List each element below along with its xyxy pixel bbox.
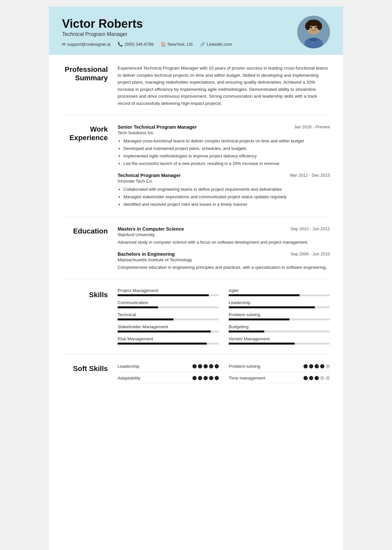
contact-text: LinkedIn.com <box>207 42 232 47</box>
soft-skills-section: Soft Skills Leadership Problem-solving A… <box>62 364 330 392</box>
edu-school: Massachusetts Institute of Technology <box>118 257 330 262</box>
soft-skill-name: Problem-solving <box>229 364 260 369</box>
skill-item: Agile <box>229 288 330 296</box>
soft-skill-name: Leadership <box>118 364 139 369</box>
bullet-item: Developed and maintained project plans, … <box>123 145 330 152</box>
skill-bar-fill <box>118 318 173 320</box>
contact-text: (555) 345-6789 <box>124 42 154 47</box>
skill-name: Leadership <box>229 300 330 305</box>
contact-text: NewYork, US <box>168 42 193 47</box>
dot <box>209 376 213 380</box>
soft-skill-item: Problem-solving <box>229 364 330 372</box>
main-content: ProfessionalSummary Experienced Technica… <box>49 55 343 411</box>
skill-bar-bg <box>229 294 330 296</box>
work-body: Senior Technical Program Manager Jan 201… <box>118 124 330 209</box>
bullet-item: Identified and resolved project risks an… <box>123 201 330 208</box>
skill-bar-bg <box>229 306 330 308</box>
job-company: Tech Solutions Inc. <box>118 130 330 135</box>
contact-icon: 🏠 <box>161 42 166 47</box>
skill-bar-fill <box>229 331 264 332</box>
contact-row: ✉support@cvdesigner.ai📞(555) 345-6789🏠Ne… <box>62 42 232 47</box>
skill-bar-bg <box>118 331 219 332</box>
summary-section: ProfessionalSummary Experienced Technica… <box>62 65 330 115</box>
candidate-title: Technical Program Manager <box>62 31 232 37</box>
svg-point-7 <box>311 27 312 28</box>
skill-item: Problem-solving <box>229 312 330 320</box>
dot <box>315 376 319 380</box>
dot <box>204 376 208 380</box>
edu-degree: Bachelors in Engineering <box>118 251 175 257</box>
dot <box>198 376 202 380</box>
skill-item: Vendor Management <box>229 336 330 345</box>
summary-label: ProfessionalSummary <box>62 65 118 107</box>
contact-item: 📞(555) 345-6789 <box>118 42 154 47</box>
education-label: Education <box>62 226 118 271</box>
skills-label: Skills <box>62 288 118 347</box>
skill-bar-fill <box>229 306 315 308</box>
soft-skill-item: Adaptability <box>118 376 219 384</box>
dot <box>309 376 313 380</box>
skill-item: Leadership <box>229 300 330 308</box>
dot <box>315 364 319 368</box>
soft-skills-grid: Leadership Problem-solving Adaptability … <box>118 364 330 384</box>
dot <box>204 364 208 368</box>
skill-item: Budgeting <box>229 324 330 332</box>
edu-header: Bachelors in Engineering Sep 2006 - Jun … <box>118 251 330 257</box>
summary-body: Experienced Technical Program Manager wi… <box>118 65 330 107</box>
bullet-item: Collaborated with engineering teams to d… <box>123 186 330 193</box>
dot <box>326 364 330 368</box>
job-bullets: Collaborated with engineering teams to d… <box>118 186 330 208</box>
job-company: Innovate Tech Co. <box>118 179 330 184</box>
contact-item: ✉support@cvdesigner.ai <box>62 42 110 47</box>
svg-point-4 <box>305 22 310 30</box>
dots <box>192 364 219 368</box>
skill-bar-fill <box>118 343 207 345</box>
candidate-name: Victor Roberts <box>62 17 232 30</box>
skills-section: Skills Project Management Agile Communic… <box>62 288 330 355</box>
dot <box>320 364 324 368</box>
header-section: Victor Roberts Technical Program Manager… <box>49 7 343 55</box>
summary-text: Experienced Technical Program Manager wi… <box>118 65 330 107</box>
job-title: Senior Technical Program Manager <box>118 124 197 130</box>
skill-bar-fill <box>118 306 158 308</box>
contact-icon: ✉ <box>62 42 66 47</box>
dot <box>326 376 330 380</box>
skill-item: Risk Management <box>118 336 219 345</box>
skills-grid: Project Management Agile Communication L… <box>118 288 330 347</box>
edu-dates: Sep 2010 - Jun 2012 <box>290 226 330 231</box>
svg-point-5 <box>317 22 322 30</box>
edu-item: Masters in Computer Science Sep 2010 - J… <box>118 226 330 246</box>
bullet-item: Led the successful launch of a new produ… <box>123 160 330 167</box>
edu-header: Masters in Computer Science Sep 2010 - J… <box>118 226 330 232</box>
skill-name: Technical <box>118 312 219 317</box>
skill-bar-bg <box>118 306 219 308</box>
contact-item: 🔗LinkedIn.com <box>200 42 232 47</box>
edu-desc: Comprehensive education in engineering p… <box>118 264 330 271</box>
contact-item: 🏠NewYork, US <box>161 42 193 47</box>
soft-skill-item: Time management <box>229 376 330 384</box>
edu-degree: Masters in Computer Science <box>118 226 184 232</box>
skill-item: Stakeholder Management <box>118 324 219 332</box>
dot <box>309 364 313 368</box>
skill-bar-fill <box>229 294 300 296</box>
job-header: Technical Program Manager Mar 2012 - Dec… <box>118 173 330 178</box>
dot <box>303 364 308 368</box>
job-item: Technical Program Manager Mar 2012 - Dec… <box>118 173 330 208</box>
dot <box>192 364 197 368</box>
job-item: Senior Technical Program Manager Jan 201… <box>118 124 330 167</box>
job-title: Technical Program Manager <box>118 173 181 178</box>
resume-container: Victor Roberts Technical Program Manager… <box>49 7 343 550</box>
skills-body: Project Management Agile Communication L… <box>118 288 330 347</box>
soft-skills-label: Soft Skills <box>62 364 118 384</box>
soft-skills-body: Leadership Problem-solving Adaptability … <box>118 364 330 384</box>
dots <box>192 376 219 380</box>
soft-skill-name: Adaptability <box>118 376 140 380</box>
svg-point-8 <box>315 27 317 28</box>
dots <box>303 376 330 380</box>
bullet-item: Implemented Agile methodologies to impro… <box>123 153 330 159</box>
job-header: Senior Technical Program Manager Jan 201… <box>118 124 330 130</box>
skill-name: Agile <box>229 288 330 293</box>
bullet-item: Managed stakeholder expectations and com… <box>123 194 330 200</box>
skill-bar-fill <box>118 331 211 332</box>
dot <box>320 376 324 380</box>
